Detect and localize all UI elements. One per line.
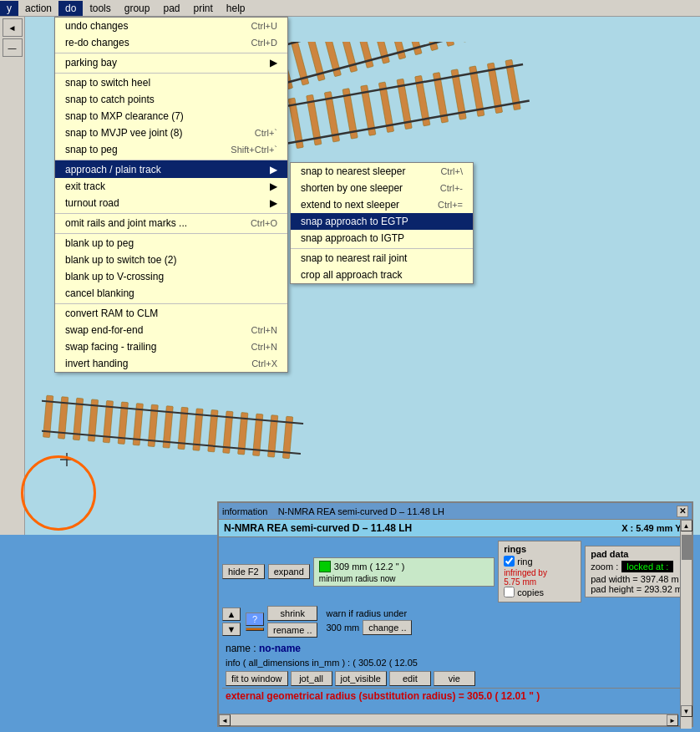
submenu-egtp[interactable]: snap approach to EGTP bbox=[291, 213, 473, 230]
swap-end-label: swap end-for-end bbox=[65, 324, 143, 336]
blank-v-label: blank up to V-crossing bbox=[65, 271, 164, 282]
name-label: name : bbox=[226, 643, 256, 654]
scroll-left-btn[interactable]: ◄ bbox=[219, 714, 231, 726]
menu-item-invert[interactable]: invert handing Ctrl+X bbox=[55, 355, 287, 372]
menubar-item-print[interactable]: print bbox=[186, 1, 219, 16]
pad-data-label: pad data bbox=[591, 549, 682, 559]
ring-checkbox[interactable] bbox=[504, 556, 515, 567]
swap-end-shortcut: Ctrl+N bbox=[251, 325, 277, 335]
copies-checkbox[interactable] bbox=[504, 587, 515, 597]
menu-item-swap-end[interactable]: swap end-for-end Ctrl+N bbox=[55, 322, 287, 338]
menu-item-snap-mxp[interactable]: snap to MXP clearance (7) bbox=[55, 108, 287, 125]
result-label: external geometrical radius (substitutio… bbox=[226, 690, 455, 702]
invert-shortcut: Ctrl+X bbox=[251, 358, 277, 369]
submenu-nearest-sleeper[interactable]: snap to nearest sleeper Ctrl+\ bbox=[291, 163, 473, 180]
omit-rails-shortcut: Ctrl+O bbox=[251, 218, 277, 228]
menu-item-redo[interactable]: re-do changes Ctrl+D bbox=[55, 34, 287, 51]
locked-display: locked at : bbox=[621, 561, 673, 572]
ring-checkbox-row: ring bbox=[504, 556, 576, 567]
toolbar-btn-back[interactable]: ◄ bbox=[3, 18, 23, 37]
arrow-btns: ▲ ▼ bbox=[222, 607, 241, 636]
warn-value: 300 mm bbox=[326, 623, 359, 633]
menubar-item-y[interactable]: y bbox=[0, 1, 18, 16]
warn-section: warn if radius under 300 mm change .. bbox=[321, 607, 688, 637]
menu-item-undo[interactable]: undo changes Ctrl+U bbox=[55, 18, 287, 34]
color-btn[interactable] bbox=[246, 628, 264, 631]
nearest-sleeper-shortcut: Ctrl+\ bbox=[440, 166, 463, 176]
menu-item-approach[interactable]: approach / plain track ▶ bbox=[55, 160, 287, 178]
rings-label: rings bbox=[504, 544, 576, 554]
info-panel-close-btn[interactable]: ✕ bbox=[677, 506, 688, 517]
menu-item-omit-rails[interactable]: omit rails and joint marks ... Ctrl+O bbox=[55, 213, 287, 231]
submenu-nearest-rail[interactable]: snap to nearest rail joint bbox=[291, 248, 473, 267]
rename-btn[interactable]: rename .. bbox=[267, 623, 317, 638]
menu-item-snap-heel[interactable]: snap to switch heel bbox=[55, 73, 287, 91]
menu-item-snap-peg[interactable]: snap to peg Shift+Ctrl+` bbox=[55, 141, 287, 158]
jot-visible-btn[interactable]: jot_visible bbox=[335, 671, 387, 686]
menubar-item-help[interactable]: help bbox=[220, 1, 252, 16]
submenu-extend[interactable]: extend to next sleeper Ctrl+= bbox=[291, 196, 473, 213]
scroll-right-btn[interactable]: ► bbox=[667, 714, 678, 726]
info-row-1: hide F2 expand 309 mm ( 12.2 " ) minimum… bbox=[222, 541, 688, 602]
menubar-item-do[interactable]: do bbox=[58, 1, 83, 16]
toolbar-btn-dash[interactable]: — bbox=[3, 38, 23, 57]
zoom-row: zoom : locked at : bbox=[591, 561, 682, 572]
submenu-igtp[interactable]: snap approach to IGTP bbox=[291, 230, 473, 247]
scrollbar-horizontal[interactable]: ◄ ► bbox=[219, 714, 678, 725]
menu-item-redo-shortcut: Ctrl+D bbox=[251, 38, 277, 48]
menu-item-snap-catch[interactable]: snap to catch points bbox=[55, 91, 287, 108]
extend-label: extend to next sleeper bbox=[301, 199, 399, 211]
name-value: no-name bbox=[259, 643, 301, 654]
scroll-up-btn[interactable]: ▲ bbox=[681, 520, 692, 531]
info-panel-title-label: information N-NMRA REA semi-curved D – 1… bbox=[222, 506, 444, 516]
menu-item-blank-v[interactable]: blank up to V-crossing bbox=[55, 268, 287, 285]
snap-catch-label: snap to catch points bbox=[65, 94, 155, 105]
menu-item-swap-facing[interactable]: swap facing - trailing Ctrl+N bbox=[55, 338, 287, 355]
menu-item-cancel-blank[interactable]: cancel blanking bbox=[55, 285, 287, 302]
exit-track-label: exit track bbox=[65, 180, 105, 192]
jot-all-btn[interactable]: jot_all bbox=[291, 671, 332, 686]
scroll-down-btn[interactable]: ▼ bbox=[681, 705, 692, 717]
scroll-thumb[interactable] bbox=[682, 535, 692, 560]
menu-item-blank-toe[interactable]: blank up to switch toe (2) bbox=[55, 252, 287, 268]
shorten-label: shorten by one sleeper bbox=[301, 182, 403, 194]
scroll-h-track bbox=[231, 715, 667, 725]
approach-label: approach / plain track bbox=[65, 164, 161, 175]
menubar-item-tools[interactable]: tools bbox=[83, 1, 117, 16]
shorten-shortcut: Ctrl+- bbox=[440, 183, 463, 193]
shrink-btn[interactable]: shrink bbox=[267, 606, 317, 621]
parking-arrow-icon: ▶ bbox=[270, 57, 277, 69]
menu-item-turnout[interactable]: turnout road ▶ bbox=[55, 195, 287, 211]
name-row: name : no-name bbox=[222, 641, 688, 656]
do-menu: undo changes Ctrl+U re-do changes Ctrl+D… bbox=[54, 17, 288, 373]
help-btn[interactable]: ? bbox=[246, 613, 264, 626]
down-btn[interactable]: ▼ bbox=[222, 623, 241, 636]
snap-heel-label: snap to switch heel bbox=[65, 77, 150, 89]
snap-peg-shortcut: Shift+Ctrl+` bbox=[231, 145, 277, 155]
menu-item-parking-label: parking bay bbox=[65, 57, 117, 69]
hide-btn[interactable]: hide F2 bbox=[222, 564, 265, 579]
expand-btn[interactable]: expand bbox=[268, 564, 310, 579]
menu-item-parking[interactable]: parking bay ▶ bbox=[55, 53, 287, 71]
edit-btn[interactable]: edit bbox=[389, 671, 431, 686]
min-radius-value: 309 mm ( 12.2 " ) bbox=[334, 562, 405, 572]
scrollbar-vertical[interactable]: ▲ ▼ bbox=[680, 520, 692, 729]
submenu-shorten[interactable]: shorten by one sleeper Ctrl+- bbox=[291, 180, 473, 196]
menubar-item-group[interactable]: group bbox=[118, 1, 157, 16]
svg-line-60 bbox=[42, 429, 301, 454]
menu-item-convert-ram[interactable]: convert RAM to CLM bbox=[55, 303, 287, 322]
info-panel-body: hide F2 expand 309 mm ( 12.2 " ) minimum… bbox=[219, 537, 692, 707]
vie-btn[interactable]: vie bbox=[434, 671, 475, 686]
pad-width-display: pad width = 397.48 m bbox=[591, 574, 682, 584]
swap-facing-shortcut: Ctrl+N bbox=[251, 342, 277, 352]
fit-window-btn[interactable]: fit to window bbox=[226, 671, 288, 686]
menubar-item-action[interactable]: action bbox=[18, 1, 58, 16]
up-btn[interactable]: ▲ bbox=[222, 607, 241, 621]
pad-section: pad data zoom : locked at : pad width = … bbox=[585, 546, 688, 597]
menubar-item-pad[interactable]: pad bbox=[156, 1, 186, 16]
menu-item-exit-track[interactable]: exit track ▶ bbox=[55, 178, 287, 195]
submenu-crop[interactable]: crop all approach track bbox=[291, 267, 473, 283]
menu-item-blank-peg[interactable]: blank up to peg bbox=[55, 233, 287, 252]
menu-item-snap-mvjp[interactable]: snap to MVJP vee joint (8) Ctrl+` bbox=[55, 125, 287, 141]
change-btn[interactable]: change .. bbox=[363, 620, 412, 635]
